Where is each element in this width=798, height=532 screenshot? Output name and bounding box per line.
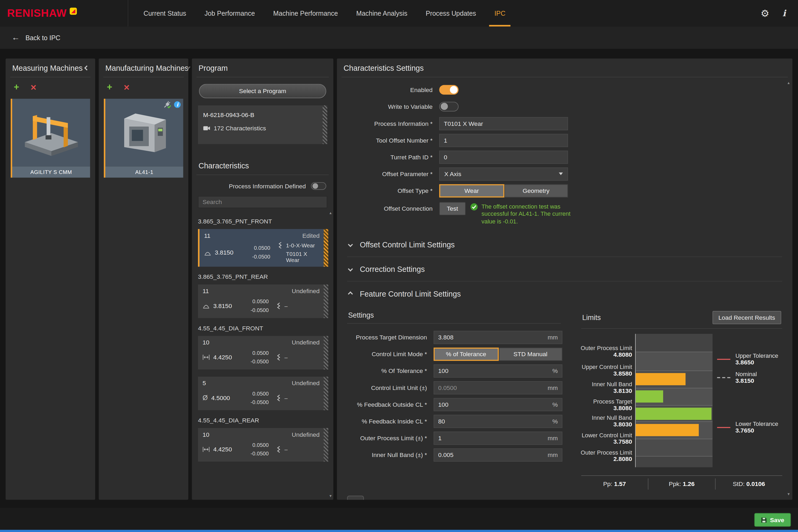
drag-handle-pattern xyxy=(324,336,328,369)
variable-link-icon xyxy=(277,446,281,453)
machine-info-icon[interactable]: i xyxy=(174,101,180,108)
upper-tolerance: 0.0500 xyxy=(246,244,270,252)
tool-offset-input[interactable] xyxy=(439,134,568,147)
characteristic-status: Undefined xyxy=(292,380,320,387)
write-variable-toggle[interactable] xyxy=(439,102,459,111)
offset-connection-label: Offset Connection xyxy=(347,202,433,215)
offset-parameter-select[interactable]: X Axis xyxy=(439,167,568,180)
manufacturing-toolbar: + ✕ xyxy=(99,77,188,95)
section-correction-settings[interactable]: Correction Settings xyxy=(347,257,782,281)
scroll-up-icon[interactable]: ▲ xyxy=(329,211,332,215)
percent-tolerance-input[interactable] xyxy=(434,364,562,377)
scroll-down-icon[interactable]: ▼ xyxy=(329,494,332,498)
refresh-button[interactable]: ↺ xyxy=(347,496,364,500)
characteristics-settings-panel: Characteristics Settings ▲ ▼ Enabled Wri… xyxy=(337,58,793,500)
unit-label: mm xyxy=(548,451,558,458)
feedback-inside-input[interactable] xyxy=(434,414,562,428)
distance-tolerance-icon xyxy=(203,446,210,453)
annotation-label: Nominal xyxy=(736,371,757,377)
section-offset-control-limit[interactable]: Offset Control Limit Settings xyxy=(347,232,782,257)
remove-measuring-machine-button[interactable]: ✕ xyxy=(30,82,37,92)
section-title: Feature Control Limit Settings xyxy=(360,289,461,298)
scroll-up-icon[interactable]: ▲ xyxy=(787,81,790,84)
limits-chart xyxy=(635,334,712,467)
outer-process-limit-input[interactable] xyxy=(434,432,562,445)
program-card-body: M-6218-0943-06-B 172 Characteristics xyxy=(198,105,323,144)
characteristic-status: Undefined xyxy=(292,339,320,346)
annotation-value: 3.8650 xyxy=(736,359,778,366)
card-main: 11 Undefined 3.8150 xyxy=(198,285,324,318)
annotation-label: Upper Tolerance xyxy=(736,353,778,359)
tolerance-values: 0.0500 -0.0500 xyxy=(244,441,269,458)
unit-label: % xyxy=(552,367,558,374)
card-main: 11 Edited 3.8150 xyxy=(200,229,324,267)
pp-stat: Pp: 1.57 xyxy=(581,480,648,487)
level-value: 3.8080 xyxy=(593,404,632,412)
process-info-defined-toggle[interactable] xyxy=(311,182,326,190)
select-program-button[interactable]: Select a Program xyxy=(199,84,326,98)
process-target-input[interactable] xyxy=(434,331,562,344)
gear-icon[interactable]: ⚙ xyxy=(760,7,769,19)
nav-ipc[interactable]: IPC xyxy=(494,0,506,26)
search-input[interactable] xyxy=(198,196,327,208)
inner-null-band-input[interactable] xyxy=(434,448,562,461)
characteristic-card[interactable]: 11 Edited 3.8150 xyxy=(198,229,328,267)
lower-tolerance-line xyxy=(717,427,730,428)
level-value: 4.8080 xyxy=(581,351,632,358)
collapse-panel-icon[interactable] xyxy=(84,65,89,70)
upper-tolerance: 0.0500 xyxy=(244,349,269,357)
unit-label: mm xyxy=(548,334,558,341)
mode-std-manual-button[interactable]: STD Manual xyxy=(498,347,562,361)
section-feature-control-limit[interactable]: Feature Control Limit Settings xyxy=(347,281,782,306)
characteristic-status: Edited xyxy=(302,232,320,239)
level-label: Outer Process Limit xyxy=(581,345,632,351)
program-count: 172 Characteristics xyxy=(203,125,317,132)
feedback-outside-input[interactable] xyxy=(434,398,562,411)
cnc-machine-icon xyxy=(115,105,173,160)
nav-process-updates[interactable]: Process Updates xyxy=(425,0,476,26)
add-measuring-machine-button[interactable]: + xyxy=(14,82,19,92)
offset-type-geometry-button[interactable]: Geometry xyxy=(504,184,568,197)
mode-percent-tolerance-button[interactable]: % of Tolerance xyxy=(434,347,498,361)
nav-job-performance[interactable]: Job Performance xyxy=(205,0,255,26)
info-icon[interactable]: i xyxy=(783,8,786,18)
save-button[interactable]: Save xyxy=(754,513,791,527)
nav-machine-analysis[interactable]: Machine Analysis xyxy=(356,0,407,26)
feature-control-area: Settings Process Target Dimension mm Con… xyxy=(347,308,782,492)
add-manufacturing-machine-button[interactable]: + xyxy=(107,82,112,92)
test-connection-button[interactable]: Test xyxy=(439,202,466,215)
characteristic-card[interactable]: 10 Undefined 4.4250 0.0500 xyxy=(198,336,328,369)
turret-path-label: Turret Path ID * xyxy=(347,153,433,161)
control-limit-mode-segment: % of Tolerance STD Manual xyxy=(434,347,562,361)
process-information-input[interactable] xyxy=(439,117,568,130)
characteristic-card[interactable]: 11 Undefined 3.8150 xyxy=(198,285,328,318)
profile-tolerance-icon xyxy=(204,249,211,256)
nav-current-status[interactable]: Current Status xyxy=(144,0,186,26)
characteristic-card[interactable]: 10 Undefined 4.4250 0.0500 xyxy=(198,428,328,461)
card-main: 10 Undefined 4.4250 0.0500 xyxy=(198,428,324,461)
scroll-down-icon[interactable]: ▼ xyxy=(787,492,790,496)
turret-path-input[interactable] xyxy=(439,150,568,164)
manufacturing-machine-card[interactable]: i AL41-1 xyxy=(104,99,183,178)
enabled-toggle[interactable] xyxy=(439,85,459,95)
level-label: Process Target xyxy=(593,398,632,404)
upper-tolerance-line xyxy=(717,359,730,360)
variable-link-icon xyxy=(277,394,281,401)
measuring-machine-card[interactable]: AGILITY S CMM xyxy=(11,99,90,178)
offset-parameter-label: Offset Parameter * xyxy=(347,170,433,177)
characteristic-card[interactable]: 5 Undefined Ø 4.5000 0.0500 -0.0500 xyxy=(198,377,328,410)
offset-type-label: Offset Type * xyxy=(347,187,433,194)
program-card[interactable]: M-6218-0943-06-B 172 Characteristics xyxy=(198,105,327,144)
characteristic-number: 11 xyxy=(203,288,209,295)
back-to-ipc-button[interactable]: ← Back to IPC xyxy=(0,26,798,49)
control-limit-unit-input xyxy=(434,381,562,394)
offset-type-wear-button[interactable]: Wear xyxy=(439,184,504,197)
load-recent-results-button[interactable]: Load Recent Results xyxy=(712,311,781,324)
remove-manufacturing-machine-button[interactable]: ✕ xyxy=(124,82,130,92)
drag-handle-pattern xyxy=(324,428,328,461)
diameter-icon: Ø xyxy=(203,395,208,401)
section-title: Correction Settings xyxy=(360,265,425,273)
nav-machine-performance[interactable]: Machine Performance xyxy=(273,0,338,26)
field-label: Control Limit Mode * xyxy=(347,350,427,358)
feedback-inside-row: % Feedback Inside CL * % xyxy=(347,413,561,430)
